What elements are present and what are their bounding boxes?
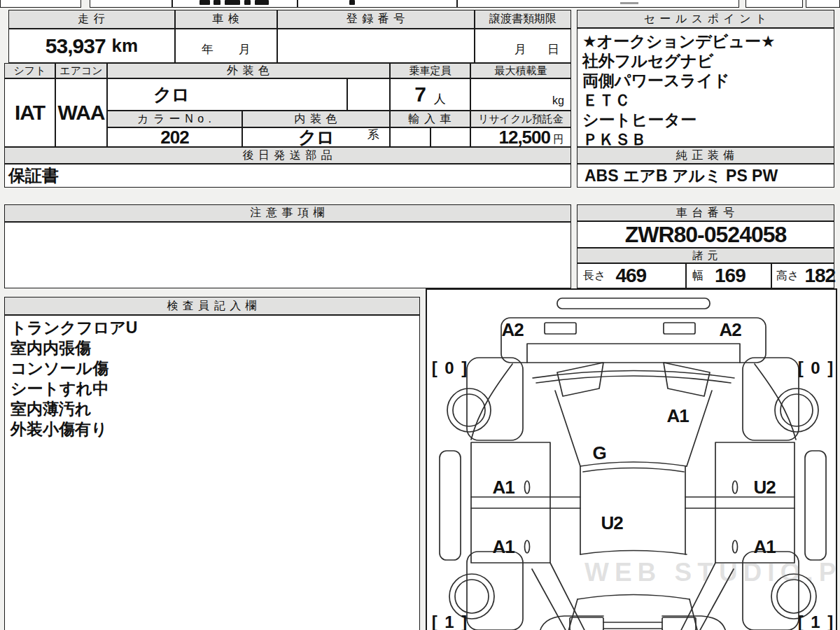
mileage-unit: km [112,35,139,57]
mileage-value-cell: 53,937 km [8,29,175,63]
import-car-header-cell: 輸 入 車 [390,111,470,127]
cropped-text-fragment [620,2,638,4]
shaken-header-label: 車 検 [212,12,239,27]
auction-sheet: 走 行 車 検 登 録 番 号 譲渡書類期限 53,937 km 年 月 月 日… [0,0,840,630]
max-load-header-label: 最大積載量 [495,64,547,78]
shift-header-cell: シフト [4,63,55,78]
specs-header-label: 諸 元 [692,249,718,262]
hood-and-windshield [471,363,796,472]
exterior-color-blank-cell [347,78,390,111]
mileage-header-cell: 走 行 [8,10,175,29]
import-car-header-label: 輸 入 車 [409,112,452,127]
chassis-value-cell: ZWR80-0524058 [577,221,834,248]
spec-length-cell: 長さ 469 [577,263,686,288]
color-no-value-cell: 202 [107,127,242,147]
transfer-docs-value-cell: 月 日 [475,29,571,63]
cropped-cell [172,0,298,8]
inspector-header-label: 検 査 員 記 入 欄 [167,299,257,314]
shaken-month-label: 月 [239,41,251,57]
spec-length-label: 長さ [583,269,606,284]
mileage-value: 53,937 [46,34,106,58]
damage-marker-a1-front-door-left: A1 [492,477,514,498]
cropped-text-fragment [200,0,210,5]
exterior-color-value-cell: クロ [107,78,347,111]
inspector-line: 外装小傷有り [5,419,108,440]
capacity-header-cell: 乗車定員 [390,63,470,78]
inspector-body: トランクフロアU 室内内張傷 コンソール傷 シートすれ中 室内薄汚れ 外装小傷有… [4,315,420,630]
later-parts-header-cell: 後 日 発 送 部 品 [4,147,571,164]
transfer-docs-header-cell: 譲渡書類期限 [475,10,571,29]
notes-header: 注 意 事 項 欄 [4,204,571,222]
max-load-value-cell: kg [470,78,571,111]
aircon-header-cell: エアコン [55,63,107,78]
inspector-line: コンソール傷 [5,358,108,379]
exterior-color-header-label: 外 装 色 [227,64,270,78]
later-parts-value: 保証書 [8,164,59,187]
spec-height-label: 高さ [776,269,799,284]
cropped-cell [90,0,172,8]
sales-point-item: 両側パワースライド [578,71,729,90]
cropped-text-fragment [214,0,220,5]
cropped-text-fragment [255,0,269,5]
max-load-header-cell: 最大積載量 [470,63,571,78]
registration-header-label: 登 録 番 号 [346,12,405,27]
tire-depth-rear-right: [ 1 ] [798,612,835,630]
interior-color-suffix: 系 [368,127,379,143]
cropped-text-fragment [225,0,240,5]
capacity-header-label: 乗車定員 [410,64,451,78]
color-no-header-label: カ ラ ー N o . [137,112,212,127]
spec-height-value: 182 [804,265,835,287]
chassis-value: ZWR80-0524058 [625,222,787,248]
recycle-deposit-value-cell: 12,500 円 [470,127,571,147]
genuine-equipment-value-cell: ABS エアB アルミ PS PW [577,164,834,188]
damage-marker-a1-hood: A1 [666,405,688,427]
sales-points-header-label: セ ー ル ス ポ イ ン ト [644,12,768,27]
cropped-cell [806,0,840,8]
exterior-color-header-cell: 外 装 色 [107,63,390,78]
max-load-unit: kg [552,94,564,107]
tire-depth-rear-left: [ 1 ] [432,612,469,630]
sales-points-body: ★オークションデビュー★ 社外フルセグナビ 両側パワースライド ＥＴＣ シートヒ… [577,28,834,147]
damage-marker-a1-rear-door-left: A1 [492,536,514,558]
spec-width-cell: 幅 169 [686,263,771,288]
mileage-header-label: 走 行 [78,12,105,27]
import-car-cell-2 [430,127,470,147]
doors-and-roof [471,442,794,563]
shaken-value-cell: 年 月 [175,29,277,63]
inspector-line: シートすれ中 [5,379,108,399]
registration-value-cell [277,29,475,63]
aircon-value: WAA [58,101,105,125]
damage-marker-a1-rear-door-right: A1 [753,536,775,558]
damage-marker-g-windshield: G [592,442,606,464]
watermark: WEB STUDIO.PRO [584,558,837,587]
recycle-deposit-header-cell: リサイクル預託金 [470,111,571,127]
chassis-header-label: 車 台 番 号 [676,206,735,220]
cropped-cell [457,0,739,8]
interior-color-value: クロ [298,125,334,150]
car-diagram: A2 A2 A1 G A1 U2 U2 A1 A1 [ 0 ] [ 0 ] [ … [426,288,837,630]
notes-header-label: 注 意 事 項 欄 [251,206,326,220]
capacity-unit: 人 [434,91,446,107]
tire-depth-front-right: [ 0 ] [798,358,835,378]
cropped-cell [298,0,457,8]
later-parts-header-label: 後 日 発 送 部 品 [242,148,332,163]
cropped-text-fragment [349,0,355,5]
spec-width-value: 169 [715,265,746,287]
shift-value-cell: IAT [4,78,55,147]
shaken-year-label: 年 [202,41,214,57]
cropped-text-fragment [244,0,251,5]
notes-body [4,222,571,288]
interior-color-value-cell: クロ 系 [242,127,390,147]
color-no-value: 202 [160,127,188,148]
recycle-deposit-value: 12,500 [498,127,550,148]
sales-point-item: ＥＴＣ [578,90,631,110]
sales-point-item: ★オークションデビュー★ [578,31,776,51]
inspector-line: 室内薄汚れ [5,399,92,419]
tire-depth-front-left: [ 0 ] [432,358,469,378]
inspector-line: 室内内張傷 [5,338,91,358]
transfer-docs-header-label: 譲渡書類期限 [489,12,556,27]
damage-marker-a2-front-bumper-left: A2 [501,319,523,341]
capacity-value-cell: 7 人 [390,78,470,111]
sales-point-item: ＰＫＳＢ [578,130,647,149]
cropped-cell [746,0,803,8]
